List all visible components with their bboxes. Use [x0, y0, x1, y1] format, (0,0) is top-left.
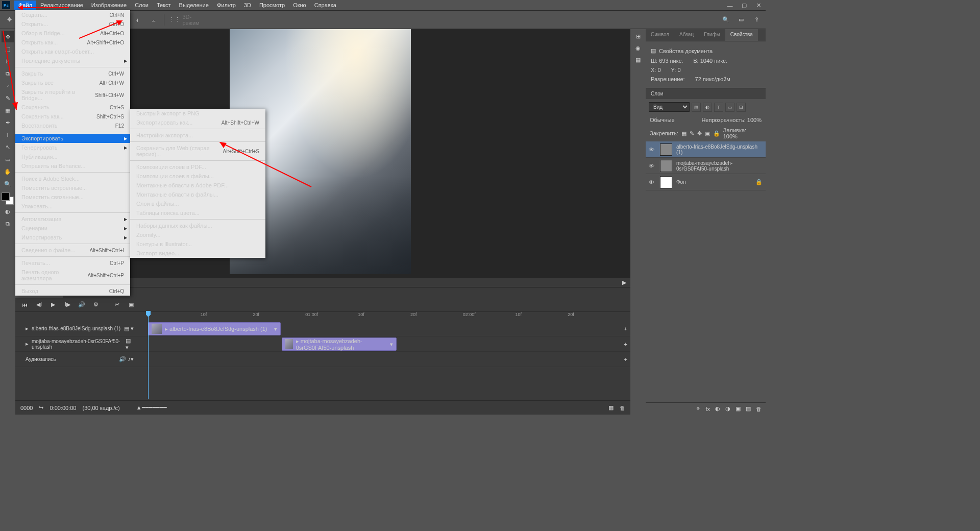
menuitem[interactable]: Сценарии: [15, 224, 130, 233]
menuitem[interactable]: Быстрый экспорт в PNG: [130, 109, 265, 118]
timeline-clip[interactable]: ▸ alberto-frias-e8Bo8JelSdg-unsplash (1)…: [148, 322, 281, 335]
delete-frame-icon[interactable]: 🗑: [620, 405, 625, 411]
minimize-button[interactable]: —: [723, 0, 737, 11]
menuitem[interactable]: Таблицы поиска цвета...: [130, 208, 265, 218]
add-media-button[interactable]: +: [624, 326, 627, 332]
link-layers-icon[interactable]: ⚭: [696, 405, 700, 412]
menuitem[interactable]: Сохранить как...Shift+Ctrl+S: [15, 112, 130, 121]
loop-field[interactable]: 0000: [20, 405, 33, 411]
eyedropper-tool[interactable]: ⟋: [2, 80, 14, 91]
menuitem[interactable]: Генерировать: [15, 143, 130, 152]
next-frame-button[interactable]: Ⅰ▶: [63, 301, 71, 309]
menuitem[interactable]: Закрыть всеAlt+Ctrl+W: [15, 78, 130, 87]
transition-button[interactable]: ▣: [127, 301, 135, 309]
track-label[interactable]: ▸ alberto-frias-e8Bo8JelSdg-unsplash (1)…: [15, 325, 138, 332]
path-tool[interactable]: ↖: [2, 141, 14, 153]
menuitem[interactable]: Поместить связанные...: [15, 192, 130, 202]
group-icon[interactable]: ▣: [736, 405, 741, 412]
menuitem[interactable]: Публикация...: [15, 152, 130, 161]
menuitem[interactable]: Экспортировать как...Alt+Shift+Ctrl+W: [130, 118, 265, 127]
menuitem[interactable]: Поместить встроенные...: [15, 183, 130, 192]
color-swatches[interactable]: [2, 192, 14, 205]
filter-pixel-icon[interactable]: ▧: [692, 103, 701, 112]
menu-фильтр[interactable]: Фильтр: [213, 1, 240, 10]
screenmode-icon[interactable]: ⧉: [2, 218, 14, 229]
props-tab[interactable]: Глифы: [699, 29, 725, 41]
menuitem[interactable]: Печатать...Ctrl+P: [15, 258, 130, 268]
menuitem[interactable]: Создать...Ctrl+N: [15, 10, 130, 19]
maximize-button[interactable]: ▢: [737, 0, 751, 11]
add-media-button[interactable]: +: [624, 341, 627, 347]
layer-row[interactable]: 👁Фон🔒: [646, 174, 766, 190]
menuitem[interactable]: ЗакрытьCtrl+W: [15, 69, 130, 78]
crop-tool[interactable]: ⧉: [2, 68, 14, 79]
menuitem[interactable]: ВосстановитьF12: [15, 121, 130, 130]
swatches-icon[interactable]: ▦: [635, 57, 641, 63]
type-tool[interactable]: T: [2, 129, 14, 140]
playhead[interactable]: [148, 312, 149, 399]
filter-type-icon[interactable]: T: [714, 103, 723, 112]
lock-artboard-icon[interactable]: ▣: [705, 130, 710, 137]
menuitem[interactable]: Поиск в Adobe Stock...: [15, 174, 130, 183]
marquee-tool[interactable]: ⬚: [2, 43, 14, 55]
menuitem[interactable]: ВыходCtrl+Q: [15, 286, 130, 296]
shape-tool[interactable]: ▭: [2, 154, 14, 165]
menuitem[interactable]: Автоматизация: [15, 214, 130, 224]
menuitem[interactable]: Zoomify...: [130, 230, 265, 239]
zoom-tool[interactable]: 🔍: [2, 178, 14, 189]
menu-3d[interactable]: 3D: [240, 1, 255, 10]
gradient-tool[interactable]: ▦: [2, 105, 14, 116]
3d-mode-icon[interactable]: 3D-режим: [185, 14, 197, 26]
move-tool-icon[interactable]: ✥: [3, 14, 15, 26]
props-tab[interactable]: Свойства: [725, 29, 758, 41]
mute-button[interactable]: 🔊: [78, 301, 86, 309]
menuitem[interactable]: Обзор в Bridge...Alt+Ctrl+O: [15, 29, 130, 38]
lock-all-icon[interactable]: 🔒: [713, 130, 720, 137]
share-icon[interactable]: ⇪: [750, 14, 763, 26]
menuitem[interactable]: Экспортировать: [15, 134, 130, 143]
audio-track-label[interactable]: Аудиозапись🔊 ♪▾: [15, 356, 138, 363]
menuitem[interactable]: Слои в файлы...: [130, 199, 265, 208]
split-button[interactable]: ✂: [113, 301, 121, 309]
menuitem[interactable]: Открыть как смарт-объект...: [15, 47, 130, 56]
color-icon[interactable]: ◉: [635, 45, 641, 52]
timeline-clip[interactable]: ▸ mojtaba-mosayebzadeh-0srGS0FAf50-unspl…: [282, 337, 397, 351]
menuitem[interactable]: Отправить на Behance...: [15, 161, 130, 171]
timecode[interactable]: 0:00:00:00: [50, 405, 76, 411]
menuitem[interactable]: Печать одного экземпляраAlt+Shift+Ctrl+P: [15, 268, 130, 283]
menu-выделение[interactable]: Выделение: [175, 1, 213, 10]
menuitem[interactable]: Открыть как...Alt+Shift+Ctrl+O: [15, 38, 130, 47]
filter-shape-icon[interactable]: ▭: [725, 103, 734, 112]
menuitem[interactable]: Последние документы: [15, 56, 130, 65]
pen-tool[interactable]: ✒: [2, 117, 14, 128]
lasso-tool[interactable]: ⟀: [2, 56, 14, 67]
convert-frames-icon[interactable]: ▦: [608, 404, 614, 411]
props-tab[interactable]: Абзац: [674, 29, 699, 41]
move-tool[interactable]: ✥: [2, 31, 14, 42]
delete-layer-icon[interactable]: 🗑: [756, 406, 762, 412]
menuitem[interactable]: Импортировать: [15, 233, 130, 242]
menu-редактирование[interactable]: Редактирование: [36, 1, 87, 10]
hand-tool[interactable]: ✋: [2, 166, 14, 177]
first-frame-button[interactable]: ⏮: [20, 301, 29, 309]
layer-mask-icon[interactable]: ◐: [715, 405, 720, 412]
visibility-icon[interactable]: 👁: [649, 147, 656, 153]
fill-layer-icon[interactable]: ◑: [725, 405, 730, 412]
menuitem[interactable]: Сведения о файле...Alt+Shift+Ctrl+I: [15, 246, 130, 255]
visibility-icon[interactable]: 👁: [649, 163, 656, 169]
align-middle-icon[interactable]: ⫞: [131, 14, 143, 26]
menuitem[interactable]: Открыть...Ctrl+O: [15, 19, 130, 29]
play-button[interactable]: ▶: [49, 301, 57, 309]
menu-справка[interactable]: Справка: [310, 1, 340, 10]
new-layer-icon[interactable]: ▤: [746, 405, 751, 412]
menu-файл[interactable]: Файл: [14, 1, 36, 10]
lock-transparent-icon[interactable]: ▦: [681, 130, 687, 137]
menuitem[interactable]: Сохранить для Web (старая версия)...Alt+…: [130, 143, 265, 159]
lock-paint-icon[interactable]: ✎: [690, 130, 694, 137]
close-button[interactable]: ✕: [751, 0, 766, 11]
props-tab[interactable]: Символ: [646, 29, 674, 41]
timeline-ruler[interactable]: 10f20f01:00f10f20f02:00f10f20f: [148, 312, 620, 320]
lock-position-icon[interactable]: ✥: [697, 130, 702, 137]
menu-просмотр[interactable]: Просмотр: [255, 1, 289, 10]
layer-row[interactable]: 👁mojtaba-mosayebzadeh-0srGS0FAf50-unspla…: [646, 158, 766, 174]
